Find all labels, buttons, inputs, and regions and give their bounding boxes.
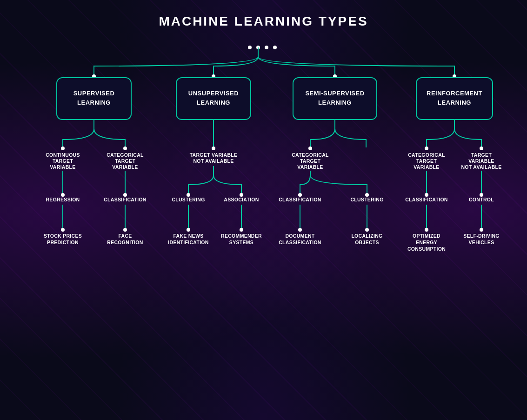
label-reinf-cat-3: VARIABLE [414,164,439,170]
label-localizing-1: LOCALIZING [351,233,382,239]
label-continuous-2: TARGET [52,158,73,164]
dot-selfdriving-top [480,228,483,232]
label-reinf-target-1: TARGET [471,152,491,158]
conn-semi-cat [310,120,335,147]
label-semi-cat-1: CATEGORICAL [292,152,329,158]
label-reinforcement: Reinforcement [427,90,482,97]
label-recommender-2: SYSTEMS [229,240,253,245]
conn-semi-clust [335,120,366,147]
label-docclass-1: DOCUMENT [285,233,314,239]
label-reinforcement-2: learning [438,99,471,106]
dot-localizing-top [365,228,369,232]
label-recommender-1: RECOMMENDER [221,233,262,239]
root-dot-4 [273,46,277,49]
label-targetvar-2: NOT AVAILABLE [193,158,233,164]
dot-continuous-top [61,147,65,150]
dot-categorical-sup-top [123,147,127,150]
label-reinf-cat-2: TARGET [416,158,436,164]
dot-recommender-top [240,228,243,232]
label-classification-sup: CLASSIFICATION [104,197,147,202]
label-supervised: Supervised [73,90,114,97]
label-continuous-1: CONTINUOUS [46,152,80,158]
label-semi-cat-2: TARGET [300,158,320,164]
label-cat-sup-2: TARGET [114,158,135,164]
box-supervised [57,78,131,120]
label-localizing-2: OBJECTS [355,240,379,245]
dot-facerecog-top [123,228,127,232]
label-semisupervised-2: learning [318,99,352,106]
dot-fakenews-top [187,228,190,232]
label-clustering-semi: CLUSTERING [350,197,383,202]
conn-targetvar-association [213,166,241,194]
conn-reinf-cat [427,120,454,147]
conn-root-semisupervised [258,47,335,75]
label-selfdriving-1: SELF-DRIVING [463,233,500,239]
box-reinforcement [416,78,493,120]
main-container: MACHINE LEARNING TYPES Supervised learni… [0,0,527,420]
label-classification-semi: CLASSIFICATION [279,197,321,202]
label-association: ASSOCIATION [224,197,259,202]
conn-targetvar-clustering [188,166,213,194]
label-unsupervised: Unsupervised [188,90,238,97]
label-cat-sup-3: VARIABLE [112,164,138,170]
dot-docclass-top [298,228,302,232]
label-docclass-2: CLASSIFICATION [279,240,321,245]
root-dot-3 [265,46,268,49]
conn-root-reinforcement [258,47,454,75]
root-dot-1 [248,46,252,49]
label-semisupervised: Semi-supervised [305,90,364,97]
conn-root-supervised [94,47,258,75]
conn-root-unsupervised [213,47,258,75]
box-semisupervised [293,78,377,120]
conn-sup-continuous [63,120,94,147]
label-facerecog-1: FACE [118,233,132,239]
dot-targetvar-top [212,147,215,150]
dot-reinf-cat-top [425,147,428,150]
label-facerecog-2: RECOGNITION [107,240,143,245]
label-regression: REGRESSION [46,197,80,202]
label-fakenews-2: IDENTIFICATION [168,240,208,245]
conn-sup-categorical [94,120,125,147]
dot-reinf-target-top [480,147,483,150]
box-unsupervised [176,78,251,120]
dot-optimized-top [425,228,428,232]
label-fakenews-1: FAKE NEWS [173,233,203,239]
label-reinf-target-3: NOT AVAILABLE [461,164,501,170]
dot-semi-cat-top [308,147,312,150]
label-selfdriving-2: VEHICLES [468,240,494,245]
page-title: MACHINE LEARNING TYPES [159,14,368,29]
ml-diagram: Supervised learning Unsupervised learnin… [13,38,515,401]
label-clustering-unsup: CLUSTERING [172,197,205,202]
label-cat-sup-1: CATEGORICAL [107,152,144,158]
label-reinf-cat-1: CATEGORICAL [408,152,445,158]
conn-reinf-target [454,120,481,147]
label-targetvar-1: TARGET VARIABLE [189,152,237,158]
label-supervised-2: learning [77,99,111,106]
label-semi-cat-3: VARIABLE [297,164,323,170]
label-stockprices-1: STOCK PRICES [43,233,81,239]
dot-stockprices-top [61,228,65,232]
label-optimized-1: OPTIMIZED [413,233,440,239]
conn-semi-cat-clustering [310,171,367,194]
label-optimized-2: ENERGY [415,240,437,245]
conn-semi-cat-classification [300,171,310,194]
label-control: CONTROL [468,197,494,202]
label-reinf-target-2: VARIABLE [468,158,494,164]
label-unsupervised-2: learning [197,99,230,106]
label-continuous-3: VARIABLE [50,164,75,170]
label-classification-reinf: CLASSIFICATION [405,197,448,202]
label-optimized-3: CONSUMPTION [407,246,445,252]
label-stockprices-2: PREDICTION [47,240,79,245]
